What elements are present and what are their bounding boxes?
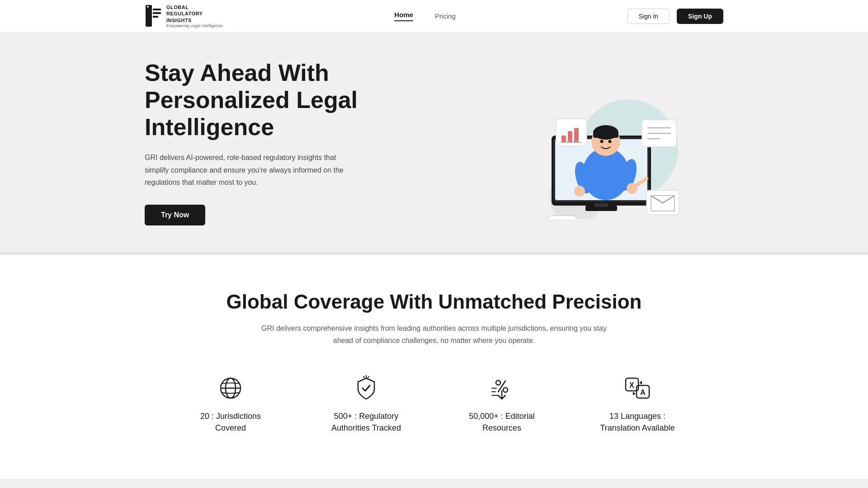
nav-pricing[interactable]: Pricing [435, 12, 456, 20]
stat-jurisdictions-label: 20 : Jurisdictions Covered [185, 411, 276, 433]
svg-rect-29 [568, 131, 572, 142]
navbar: GLOBAL REGULATORY INSIGHTS Empowering Le… [0, 0, 868, 33]
svg-point-17 [609, 140, 612, 143]
svg-rect-0 [146, 5, 152, 27]
svg-point-20 [574, 186, 585, 197]
hero-title: Stay Ahead With Personalized Legal Intel… [145, 60, 416, 141]
logo-subtitle: Empowering Legal Intelligence [166, 23, 222, 28]
svg-rect-1 [153, 9, 161, 10]
signin-button[interactable]: Sign In [627, 9, 670, 24]
svg-rect-34 [547, 216, 578, 219]
nav-links: Home Pricing [394, 11, 456, 21]
shield-check-icon [352, 374, 381, 403]
stat-authorities: 500+ : Regulatory Authorities Tracked [321, 374, 411, 433]
svg-rect-11 [594, 203, 608, 207]
svg-rect-30 [574, 128, 579, 142]
svg-point-43 [503, 388, 508, 392]
svg-point-4 [147, 6, 149, 8]
logo[interactable]: GLOBAL REGULATORY INSIGHTS Empowering Le… [145, 4, 222, 28]
translate-icon: X A [623, 374, 652, 403]
nav-home[interactable]: Home [394, 11, 413, 21]
stat-authorities-label: 500+ : Regulatory Authorities Tracked [321, 411, 411, 433]
try-now-button[interactable]: Try Now [145, 205, 205, 225]
svg-line-44 [498, 381, 505, 392]
stats-description: GRI delivers comprehensive insights from… [253, 322, 615, 347]
svg-rect-3 [153, 16, 158, 18]
svg-point-42 [496, 380, 500, 385]
svg-rect-15 [593, 132, 618, 138]
hero-description: GRI delivers AI-powered, role-based regu… [145, 151, 362, 188]
logo-icon [145, 4, 162, 28]
svg-rect-28 [561, 136, 566, 142]
logo-title: GLOBAL REGULATORY INSIGHTS [166, 4, 222, 23]
svg-text:A: A [640, 389, 646, 396]
stats-grid: 20 : Jurisdictions Covered 500+ : Regula… [145, 374, 723, 433]
logo-text: GLOBAL REGULATORY INSIGHTS Empowering Le… [166, 4, 222, 28]
svg-text:X: X [629, 381, 634, 389]
stat-resources-label: 50,000+ : Editorial Resources [457, 411, 547, 433]
svg-line-41 [368, 376, 369, 378]
stat-languages-label: 13 Languages : Translation Available [592, 411, 683, 433]
stats-section: Global Coverage With Unmatched Precision… [0, 254, 868, 479]
hero-content: Stay Ahead With Personalized Legal Intel… [145, 60, 416, 225]
hero-section: Stay Ahead With Personalized Legal Intel… [0, 33, 868, 253]
stat-languages: X A 13 Languages : Translation Available [592, 374, 683, 433]
nav-actions: Sign In Sign Up [627, 9, 723, 24]
svg-line-40 [363, 376, 364, 378]
svg-rect-2 [153, 12, 161, 14]
hero-illustration [452, 66, 723, 219]
signup-button[interactable]: Sign Up [677, 9, 723, 24]
chart-down-percent-icon [487, 374, 516, 403]
stat-jurisdictions: 20 : Jurisdictions Covered [185, 374, 276, 433]
svg-point-16 [600, 140, 604, 143]
globe-icon [216, 374, 245, 403]
stats-title: Global Coverage With Unmatched Precision [145, 291, 723, 313]
stat-resources: 50,000+ : Editorial Resources [457, 374, 547, 433]
